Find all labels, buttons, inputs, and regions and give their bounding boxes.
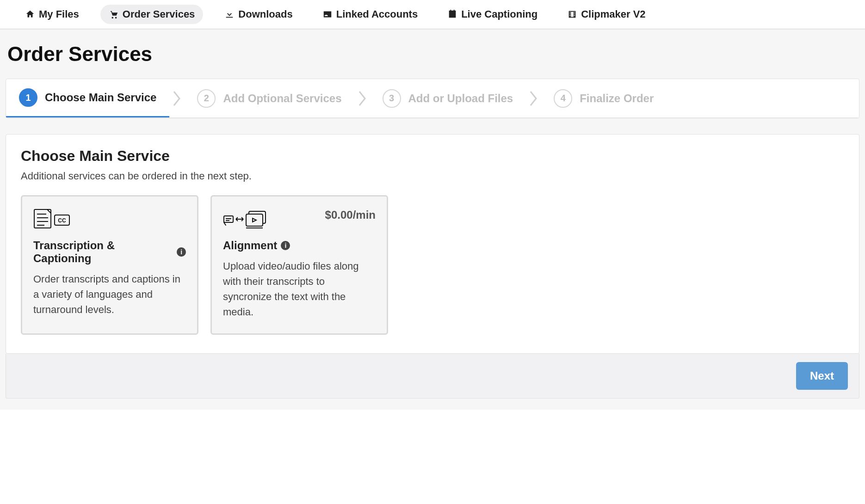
transcript-cc-icon: CC <box>33 209 70 229</box>
info-icon[interactable]: i <box>177 247 186 257</box>
step-label: Choose Main Service <box>45 91 156 104</box>
step-add-optional-services[interactable]: 2 Add Optional Services <box>184 79 354 117</box>
nav-label: Clipmaker V2 <box>581 8 645 20</box>
wizard-footer: Next <box>6 354 859 399</box>
step-label: Finalize Order <box>580 92 654 105</box>
film-icon <box>567 9 577 19</box>
step-add-upload-files[interactable]: 3 Add or Upload Files <box>370 79 526 117</box>
nav-label: Downloads <box>238 8 292 20</box>
service-card-alignment[interactable]: $0.00/min Alignment i Upload video/audio… <box>210 195 388 335</box>
step-number: 2 <box>197 89 216 108</box>
nav-label: Order Services <box>123 8 195 20</box>
id-card-icon <box>322 9 333 19</box>
stepper: 1 Choose Main Service 2 Add Optional Ser… <box>6 79 859 118</box>
step-finalize-order[interactable]: 4 Finalize Order <box>541 79 667 117</box>
service-price: $0.00/min <box>325 209 376 221</box>
chevron-right-icon <box>169 79 184 117</box>
cart-icon <box>109 9 119 19</box>
nav-linked-accounts[interactable]: Linked Accounts <box>314 5 426 24</box>
calendar-icon <box>447 9 457 19</box>
step-choose-main-service[interactable]: 1 Choose Main Service <box>6 79 169 117</box>
service-title: Transcription & Captioning <box>33 239 173 265</box>
nav-label: Linked Accounts <box>336 8 418 20</box>
step-label: Add or Upload Files <box>408 92 513 105</box>
nav-order-services[interactable]: Order Services <box>100 5 204 24</box>
nav-downloads[interactable]: Downloads <box>216 5 301 24</box>
step-number: 3 <box>383 89 401 108</box>
nav-my-files[interactable]: My Files <box>17 5 87 24</box>
svg-rect-12 <box>246 214 263 226</box>
chevron-right-icon <box>526 79 541 117</box>
section-subtitle: Additional services can be ordered in th… <box>21 170 844 182</box>
wizard-card: 1 Choose Main Service 2 Add Optional Ser… <box>6 79 859 118</box>
nav-label: Live Captioning <box>461 8 538 20</box>
alignment-icon <box>223 209 269 229</box>
step-label: Add Optional Services <box>223 92 341 105</box>
service-title: Alignment <box>223 239 277 252</box>
section-title: Choose Main Service <box>21 148 844 165</box>
page-title: Order Services <box>6 30 859 79</box>
service-desc: Upload video/audio files along with thei… <box>223 258 376 320</box>
chevron-right-icon <box>355 79 370 117</box>
nav-label: My Files <box>39 8 79 20</box>
step-number: 4 <box>554 89 572 108</box>
step-number: 1 <box>19 88 37 107</box>
next-button[interactable]: Next <box>796 362 848 390</box>
top-nav: My Files Order Services Downloads Linked… <box>0 0 865 29</box>
info-icon[interactable]: i <box>281 241 290 250</box>
nav-live-captioning[interactable]: Live Captioning <box>439 5 546 24</box>
service-cards: CC Transcription & Captioning i Order tr… <box>21 195 844 335</box>
download-icon <box>224 9 235 19</box>
home-icon <box>25 9 35 19</box>
svg-text:CC: CC <box>58 217 66 224</box>
service-desc: Order transcripts and captions in a vari… <box>33 271 186 317</box>
service-card-transcription[interactable]: CC Transcription & Captioning i Order tr… <box>21 195 198 335</box>
nav-clipmaker[interactable]: Clipmaker V2 <box>559 5 654 24</box>
main-card: Choose Main Service Additional services … <box>6 134 859 354</box>
